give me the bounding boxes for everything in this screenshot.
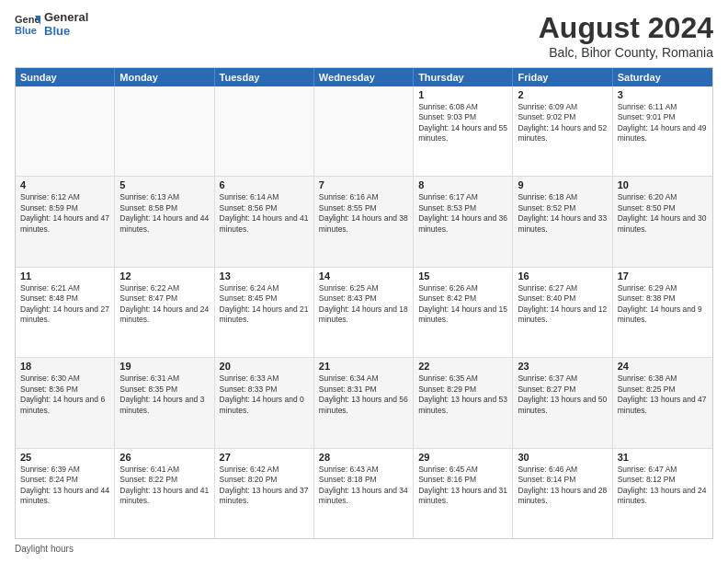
day-number: 29 xyxy=(418,452,507,463)
day-number: 13 xyxy=(220,270,309,282)
day-of-week-sunday: Sunday xyxy=(16,68,115,86)
day-number: 22 xyxy=(418,361,507,372)
cell-info: Sunrise: 6:27 AMSunset: 8:40 PMDaylight:… xyxy=(518,283,607,326)
day-number: 3 xyxy=(618,89,708,100)
day-number: 20 xyxy=(220,361,309,372)
calendar-cell: 25Sunrise: 6:39 AMSunset: 8:24 PMDayligh… xyxy=(16,449,115,538)
calendar-cell: 30Sunrise: 6:46 AMSunset: 8:14 PMDayligh… xyxy=(513,449,612,538)
cell-info: Sunrise: 6:21 AMSunset: 8:48 PMDaylight:… xyxy=(20,283,109,326)
subtitle: Balc, Bihor County, Romania xyxy=(539,45,713,60)
day-of-week-wednesday: Wednesday xyxy=(314,68,414,86)
cell-info: Sunrise: 6:26 AMSunset: 8:42 PMDaylight:… xyxy=(418,283,507,326)
page: General Blue General Blue August 2024 Ba… xyxy=(0,0,728,563)
calendar-cell: 6Sunrise: 6:14 AMSunset: 8:56 PMDaylight… xyxy=(215,177,314,266)
day-of-week-monday: Monday xyxy=(115,68,214,86)
day-number: 30 xyxy=(518,452,607,463)
cell-info: Sunrise: 6:25 AMSunset: 8:43 PMDaylight:… xyxy=(319,283,408,326)
cell-info: Sunrise: 6:20 AMSunset: 8:50 PMDaylight:… xyxy=(618,192,708,235)
cell-info: Sunrise: 6:18 AMSunset: 8:52 PMDaylight:… xyxy=(518,192,607,235)
calendar-row-2: 11Sunrise: 6:21 AMSunset: 8:48 PMDayligh… xyxy=(16,268,712,358)
cell-info: Sunrise: 6:17 AMSunset: 8:53 PMDaylight:… xyxy=(418,192,507,235)
header: General Blue General Blue August 2024 Ba… xyxy=(15,11,713,60)
calendar-cell: 23Sunrise: 6:37 AMSunset: 8:27 PMDayligh… xyxy=(513,358,612,447)
cell-info: Sunrise: 6:14 AMSunset: 8:56 PMDaylight:… xyxy=(220,192,309,235)
cell-info: Sunrise: 6:39 AMSunset: 8:24 PMDaylight:… xyxy=(20,465,109,507)
cell-info: Sunrise: 6:38 AMSunset: 8:25 PMDaylight:… xyxy=(618,373,708,416)
calendar-cell: 9Sunrise: 6:18 AMSunset: 8:52 PMDaylight… xyxy=(513,177,612,266)
logo-general: General xyxy=(44,11,88,25)
day-number: 31 xyxy=(618,452,708,463)
day-number: 26 xyxy=(119,452,209,463)
calendar-cell xyxy=(115,86,214,176)
day-number: 2 xyxy=(518,89,607,100)
logo-blue: Blue xyxy=(44,25,88,39)
calendar-cell: 18Sunrise: 6:30 AMSunset: 8:36 PMDayligh… xyxy=(16,358,115,447)
calendar-cell: 29Sunrise: 6:45 AMSunset: 8:16 PMDayligh… xyxy=(414,449,513,538)
cell-info: Sunrise: 6:47 AMSunset: 8:12 PMDaylight:… xyxy=(618,465,708,507)
calendar-row-1: 4Sunrise: 6:12 AMSunset: 8:59 PMDaylight… xyxy=(16,177,712,267)
logo: General Blue General Blue xyxy=(15,11,88,39)
cell-info: Sunrise: 6:22 AMSunset: 8:47 PMDaylight:… xyxy=(119,283,209,326)
day-number: 10 xyxy=(618,179,708,190)
cell-info: Sunrise: 6:12 AMSunset: 8:59 PMDaylight:… xyxy=(20,192,109,235)
calendar-cell xyxy=(215,86,314,176)
cell-info: Sunrise: 6:16 AMSunset: 8:55 PMDaylight:… xyxy=(319,192,408,235)
calendar-cell: 3Sunrise: 6:11 AMSunset: 9:01 PMDaylight… xyxy=(613,86,712,176)
cell-info: Sunrise: 6:08 AMSunset: 9:03 PMDaylight:… xyxy=(418,102,507,144)
calendar-cell xyxy=(16,86,115,176)
calendar-cell: 22Sunrise: 6:35 AMSunset: 8:29 PMDayligh… xyxy=(414,358,513,447)
day-number: 28 xyxy=(319,452,408,463)
cell-info: Sunrise: 6:45 AMSunset: 8:16 PMDaylight:… xyxy=(418,465,507,507)
title-block: August 2024 Balc, Bihor County, Romania xyxy=(539,11,713,60)
logo-icon: General Blue xyxy=(15,12,40,38)
day-number: 8 xyxy=(418,179,507,190)
day-number: 9 xyxy=(518,179,607,190)
calendar-cell: 17Sunrise: 6:29 AMSunset: 8:38 PMDayligh… xyxy=(613,268,712,357)
day-number: 7 xyxy=(319,179,408,190)
cell-info: Sunrise: 6:34 AMSunset: 8:31 PMDaylight:… xyxy=(319,373,408,416)
day-number: 14 xyxy=(319,270,408,282)
calendar-cell: 5Sunrise: 6:13 AMSunset: 8:58 PMDaylight… xyxy=(115,177,214,266)
calendar-cell: 12Sunrise: 6:22 AMSunset: 8:47 PMDayligh… xyxy=(115,268,214,357)
calendar-cell: 24Sunrise: 6:38 AMSunset: 8:25 PMDayligh… xyxy=(613,358,712,447)
calendar-cell: 28Sunrise: 6:43 AMSunset: 8:18 PMDayligh… xyxy=(314,449,414,538)
calendar-cell: 13Sunrise: 6:24 AMSunset: 8:45 PMDayligh… xyxy=(215,268,314,357)
calendar-cell: 20Sunrise: 6:33 AMSunset: 8:33 PMDayligh… xyxy=(215,358,314,447)
day-number: 16 xyxy=(518,270,607,282)
cell-info: Sunrise: 6:41 AMSunset: 8:22 PMDaylight:… xyxy=(119,465,209,507)
cell-info: Sunrise: 6:24 AMSunset: 8:45 PMDaylight:… xyxy=(220,283,309,326)
day-of-week-thursday: Thursday xyxy=(414,68,513,86)
footer-text: Daylight hours xyxy=(15,544,74,554)
calendar-cell: 16Sunrise: 6:27 AMSunset: 8:40 PMDayligh… xyxy=(513,268,612,357)
day-number: 15 xyxy=(418,270,507,282)
calendar-body: 1Sunrise: 6:08 AMSunset: 9:03 PMDaylight… xyxy=(16,86,712,538)
cell-info: Sunrise: 6:30 AMSunset: 8:36 PMDaylight:… xyxy=(20,373,109,416)
cell-info: Sunrise: 6:11 AMSunset: 9:01 PMDaylight:… xyxy=(618,102,708,144)
calendar-cell: 2Sunrise: 6:09 AMSunset: 9:02 PMDaylight… xyxy=(513,86,612,176)
calendar-cell: 8Sunrise: 6:17 AMSunset: 8:53 PMDaylight… xyxy=(414,177,513,266)
cell-info: Sunrise: 6:13 AMSunset: 8:58 PMDaylight:… xyxy=(119,192,209,235)
day-number: 18 xyxy=(20,361,109,372)
calendar-cell: 11Sunrise: 6:21 AMSunset: 8:48 PMDayligh… xyxy=(16,268,115,357)
calendar-cell: 14Sunrise: 6:25 AMSunset: 8:43 PMDayligh… xyxy=(314,268,414,357)
footer-note: Daylight hours xyxy=(15,544,713,554)
cell-info: Sunrise: 6:43 AMSunset: 8:18 PMDaylight:… xyxy=(319,465,408,507)
cell-info: Sunrise: 6:29 AMSunset: 8:38 PMDaylight:… xyxy=(618,283,708,326)
calendar-cell: 31Sunrise: 6:47 AMSunset: 8:12 PMDayligh… xyxy=(613,449,712,538)
day-number: 1 xyxy=(418,89,507,100)
calendar-row-0: 1Sunrise: 6:08 AMSunset: 9:03 PMDaylight… xyxy=(16,86,712,177)
calendar-cell: 1Sunrise: 6:08 AMSunset: 9:03 PMDaylight… xyxy=(414,86,513,176)
day-of-week-friday: Friday xyxy=(513,68,612,86)
day-number: 25 xyxy=(20,452,109,463)
cell-info: Sunrise: 6:09 AMSunset: 9:02 PMDaylight:… xyxy=(518,102,607,144)
day-number: 19 xyxy=(119,361,209,372)
calendar-cell: 27Sunrise: 6:42 AMSunset: 8:20 PMDayligh… xyxy=(215,449,314,538)
day-of-week-tuesday: Tuesday xyxy=(215,68,314,86)
cell-info: Sunrise: 6:31 AMSunset: 8:35 PMDaylight:… xyxy=(119,373,209,416)
calendar-header: SundayMondayTuesdayWednesdayThursdayFrid… xyxy=(16,68,712,86)
day-number: 11 xyxy=(20,270,109,282)
calendar-cell: 26Sunrise: 6:41 AMSunset: 8:22 PMDayligh… xyxy=(115,449,214,538)
day-number: 21 xyxy=(319,361,408,372)
calendar: SundayMondayTuesdayWednesdayThursdayFrid… xyxy=(15,67,713,539)
calendar-row-4: 25Sunrise: 6:39 AMSunset: 8:24 PMDayligh… xyxy=(16,449,712,538)
